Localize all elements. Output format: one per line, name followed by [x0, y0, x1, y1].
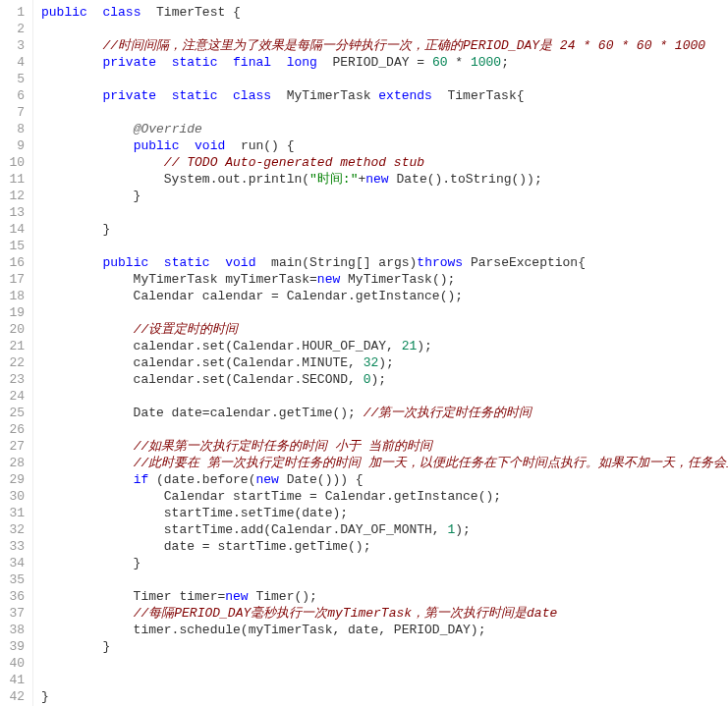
code-token — [41, 38, 102, 53]
code-token: private — [102, 55, 156, 70]
code-token: new — [225, 589, 248, 604]
code-token: () { — [263, 138, 294, 153]
code-token: MyTimerTask — [271, 88, 378, 103]
code-token — [255, 255, 271, 270]
code-token — [271, 55, 287, 70]
code-line — [41, 238, 728, 254]
line-number: 40 — [4, 655, 25, 672]
code-line: Timer timer=new Timer(); — [41, 588, 728, 605]
line-number: 2 — [4, 21, 25, 37]
code-token: 21 — [402, 339, 418, 353]
line-number: 23 — [4, 371, 25, 388]
code-token: TimerTest { — [156, 5, 241, 20]
code-line: //如果第一次执行定时任务的时间 小于 当前的时间 — [41, 438, 728, 455]
code-token: main — [271, 255, 302, 270]
code-line — [41, 388, 728, 405]
line-number: 31 — [4, 505, 25, 521]
code-token — [225, 138, 241, 153]
line-number: 20 — [4, 321, 25, 338]
line-number: 11 — [4, 171, 25, 188]
line-number-gutter: 1234567891011121314151617181920212223242… — [0, 0, 33, 706]
code-token: static — [164, 255, 210, 270]
line-number: 18 — [4, 288, 25, 304]
code-line — [41, 204, 728, 221]
line-number: 33 — [4, 538, 25, 555]
code-line: startTime.setTime(date); — [41, 505, 728, 521]
code-token: Timer(); — [249, 589, 317, 604]
code-token: public — [102, 255, 148, 270]
code-token — [140, 5, 156, 20]
line-number: 25 — [4, 405, 25, 421]
line-number: 41 — [4, 672, 25, 688]
code-line — [41, 104, 728, 121]
code-line: Date date=calendar.getTime(); //第一次执行定时任… — [41, 405, 728, 421]
line-number: 15 — [4, 238, 25, 254]
code-token: Date())) { — [279, 472, 364, 487]
code-token — [41, 88, 102, 103]
code-line — [41, 672, 728, 688]
code-line: } — [41, 688, 728, 705]
code-line: // TODO Auto-generated method stub — [41, 154, 728, 171]
code-line: private static final long PERIOD_DAY = 6… — [41, 54, 728, 71]
line-number: 30 — [4, 488, 25, 505]
code-token: startTime.setTime(date); — [41, 506, 348, 520]
code-token — [41, 322, 134, 337]
code-token: 1000 — [471, 55, 501, 70]
code-token: public — [134, 138, 180, 153]
code-line — [41, 304, 728, 321]
code-token: final — [233, 55, 271, 70]
line-number: 3 — [4, 37, 25, 54]
code-token: ; — [501, 55, 509, 70]
code-line: timer.schedule(myTimerTask, date, PERIOD… — [41, 622, 728, 638]
line-number: 29 — [4, 471, 25, 488]
code-token — [41, 255, 102, 270]
code-line: private static class MyTimerTask extends… — [41, 87, 728, 104]
code-token: //第一次执行定时任务的时间 — [364, 406, 532, 420]
code-line: date = startTime.getTime(); — [41, 538, 728, 555]
code-token: ); — [370, 372, 386, 387]
code-line: calendar.set(Calendar.SECOND, 0); — [41, 371, 728, 388]
line-number: 32 — [4, 521, 25, 538]
code-token: if — [134, 472, 149, 487]
line-number: 24 — [4, 388, 25, 405]
code-token: void — [195, 138, 225, 153]
line-number: 16 — [4, 254, 25, 271]
code-token: // TODO Auto-generated method stub — [164, 155, 424, 170]
code-token — [41, 155, 164, 170]
code-token: } — [41, 556, 140, 570]
code-token: (date.before( — [148, 472, 255, 487]
line-number: 42 — [4, 688, 25, 705]
code-token: startTime.add(Calendar.DAY_OF_MONTH, — [41, 522, 447, 537]
line-number: 38 — [4, 622, 25, 638]
code-line: Calendar calendar = Calendar.getInstance… — [41, 288, 728, 304]
line-number: 27 — [4, 438, 25, 455]
code-token — [87, 5, 103, 20]
code-token: TimerTask{ — [432, 88, 525, 103]
code-token: Date date=calendar.getTime(); — [41, 406, 364, 420]
code-token: @Override — [134, 122, 202, 136]
code-token: calendar.set(Calendar.MINUTE, — [41, 355, 364, 370]
code-token: throws — [417, 255, 463, 270]
line-number: 35 — [4, 571, 25, 588]
line-number: 14 — [4, 221, 25, 238]
code-token: void — [225, 255, 255, 270]
code-token: //如果第一次执行定时任务的时间 小于 当前的时间 — [134, 439, 432, 454]
code-token: 32 — [364, 355, 379, 370]
code-token: Timer timer= — [41, 589, 225, 604]
code-line: //设置定时的时间 — [41, 321, 728, 338]
code-token: } — [41, 222, 110, 237]
code-token: run — [241, 138, 263, 153]
line-number: 9 — [4, 137, 25, 154]
line-number: 12 — [4, 188, 25, 204]
line-number: 10 — [4, 154, 25, 171]
code-token: } — [41, 689, 49, 704]
code-token: //时间间隔，注意这里为了效果是每隔一分钟执行一次，正确的PERIOD_DAY是… — [102, 38, 705, 53]
line-number: 36 — [4, 588, 25, 605]
code-token — [217, 55, 233, 70]
code-token: ); — [417, 339, 432, 353]
code-token — [217, 88, 233, 103]
code-token: date = startTime.getTime(); — [41, 539, 370, 554]
code-token: Date().toString()); — [389, 172, 542, 187]
code-token: (String[] args) — [302, 255, 417, 270]
code-token: static — [172, 55, 218, 70]
